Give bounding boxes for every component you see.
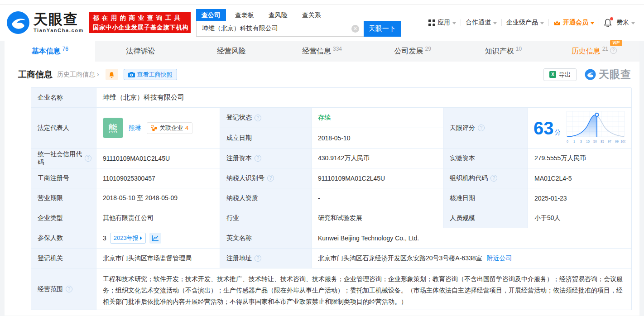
tab-label: 经营信息 bbox=[302, 47, 331, 56]
section-title: 工商信息 bbox=[18, 69, 53, 81]
search-button[interactable]: 天眼一下 bbox=[364, 21, 401, 37]
bell-icon bbox=[109, 72, 115, 78]
nav-vip-membership[interactable]: 开通会员 bbox=[553, 19, 594, 27]
export-button-label: 导出 bbox=[559, 71, 571, 79]
subscribe-bell-button[interactable] bbox=[106, 69, 118, 80]
tab-label: 法律诉讼 bbox=[126, 47, 155, 56]
site-header: 天眼查 TianYanCha.com 都在用的商业查询工具 国家中小企业发展子基… bbox=[0, 5, 644, 41]
annual-report-badge[interactable]: 2023年报 bbox=[110, 233, 146, 244]
field-label-registration-number: 工商注册号 bbox=[31, 168, 96, 188]
search-tab-company[interactable]: 查公司 bbox=[196, 9, 226, 21]
tab-count: 10 bbox=[516, 46, 522, 52]
svg-text:100: 100 bbox=[620, 140, 625, 143]
legal-rep-avatar[interactable]: 熊 bbox=[103, 118, 123, 138]
help-icon[interactable] bbox=[85, 155, 91, 162]
help-icon[interactable] bbox=[255, 155, 261, 162]
svg-text:99: 99 bbox=[615, 140, 619, 143]
logo-brand: 天眼查 bbox=[34, 12, 84, 26]
help-icon[interactable] bbox=[66, 286, 72, 292]
field-value-approval-date: 2025-01-23 bbox=[528, 188, 632, 208]
address-text: 北京市门头沟区石龙经济开发区永安路20号3号楼A-6338室 bbox=[318, 254, 482, 263]
nearby-companies-link[interactable]: 附近公司 bbox=[487, 254, 512, 263]
tab-business-info[interactable]: 经营信息334 bbox=[277, 41, 367, 62]
field-label-company-type: 企业类型 bbox=[31, 208, 96, 228]
related-companies-badge[interactable]: 关联企业 4 bbox=[147, 122, 192, 134]
field-label-registered-capital: 注册资本 bbox=[220, 148, 312, 168]
nav-user[interactable]: 费米 bbox=[616, 19, 635, 27]
banner-line2: 国家中小企业发展子基金旗下机构 bbox=[93, 24, 187, 32]
tab-intellectual-property[interactable]: 知识产权10 bbox=[458, 41, 548, 62]
legal-rep-name-link[interactable]: 熊琳 bbox=[129, 124, 141, 132]
help-icon[interactable] bbox=[255, 115, 261, 121]
section-header: 工商信息 历史工商信息 › 查看工商快照 bbox=[5, 62, 639, 86]
field-label-english-name: 英文名称 bbox=[220, 228, 312, 249]
clear-search-icon[interactable] bbox=[351, 25, 359, 33]
field-label-registration-authority: 登记机关 bbox=[31, 249, 96, 268]
field-value-company-name: 坤维（北京）科技有限公司 bbox=[96, 88, 632, 108]
field-label-registered-address: 注册地址 bbox=[220, 249, 312, 268]
field-value-insured-count: 3 2023年报 bbox=[96, 228, 220, 249]
org-chart-icon bbox=[151, 125, 157, 131]
field-value-english-name: Kunwei Beijing Technology Co., Ltd. bbox=[312, 228, 632, 249]
nav-partner[interactable]: 合作通道 bbox=[466, 19, 497, 27]
field-value-taxpayer-id: 91110109MA01C2L45U bbox=[312, 168, 443, 188]
svg-text:3: 3 bbox=[580, 140, 582, 143]
tab-history-info[interactable]: VIP 历史信息 21 bbox=[549, 41, 639, 62]
related-companies-count: 4 bbox=[185, 124, 188, 131]
tianyancha-logo[interactable]: 天眼查 TianYanCha.com bbox=[6, 11, 84, 34]
divider bbox=[501, 19, 502, 26]
nav-apps[interactable]: 应用 bbox=[428, 19, 456, 27]
score-unit: 分 bbox=[555, 129, 561, 136]
history-business-info-link[interactable]: 历史工商信息 › bbox=[57, 71, 99, 79]
search-tab-risk[interactable]: 查风险 bbox=[263, 9, 293, 21]
field-value-company-type: 其他有限责任公司 bbox=[96, 208, 220, 228]
tab-company-development[interactable]: 公司发展29 bbox=[367, 41, 458, 62]
notifications-bell[interactable] bbox=[604, 19, 612, 27]
search-input[interactable] bbox=[196, 21, 364, 37]
field-label-company-name: 企业名称 bbox=[31, 88, 96, 108]
insured-trend-button[interactable] bbox=[149, 233, 161, 244]
field-label-organization-code: 组织机构代码 bbox=[443, 168, 528, 188]
view-business-snapshot-button[interactable]: 查看工商快照 bbox=[124, 69, 177, 80]
business-info-card: 工商信息 历史工商信息 › 查看工商快照 bbox=[5, 62, 639, 316]
chevron-down-icon bbox=[540, 22, 544, 24]
logo-domain: TianYanCha.com bbox=[34, 28, 84, 33]
export-button[interactable]: 导出 bbox=[543, 68, 577, 81]
logo-text: 天眼查 TianYanCha.com bbox=[34, 12, 84, 33]
tab-operating-risk[interactable]: 经营风险 bbox=[186, 41, 277, 62]
watermark-text: 天眼查 bbox=[599, 67, 631, 81]
vip-badge: VIP bbox=[610, 40, 622, 46]
help-icon[interactable] bbox=[267, 175, 274, 182]
field-label-tianyan-score: 天眼评分 bbox=[443, 108, 528, 148]
search-tab-relation[interactable]: 查关系 bbox=[297, 9, 327, 21]
field-label-business-term: 营业期限 bbox=[31, 188, 96, 208]
field-value-business-scope: 工程和技术研究；软件开发；技术开发、技术推广、技术转让、技术咨询、技术服务；企业… bbox=[96, 268, 632, 310]
svg-text:97: 97 bbox=[608, 140, 611, 143]
company-tabs: 基本信息76 法律诉讼 经营风险 经营信息334 公司发展29 知识产权10 V… bbox=[5, 41, 639, 62]
search-area: 查公司 查老板 查风险 查关系 天眼一下 bbox=[196, 9, 401, 37]
promo-banner: 都在用的商业查询工具 国家中小企业发展子基金旗下机构 bbox=[89, 12, 191, 33]
svg-text:85: 85 bbox=[601, 140, 604, 143]
tab-legal-proceedings[interactable]: 法律诉讼 bbox=[95, 41, 186, 62]
grid-icon bbox=[428, 19, 435, 26]
chevron-down-icon bbox=[452, 22, 456, 24]
field-label-establishment-date: 成立日期 bbox=[220, 128, 312, 148]
svg-text:1: 1 bbox=[573, 140, 575, 143]
nav-enterprise[interactable]: 企业级产品 bbox=[506, 19, 544, 27]
svg-text:50: 50 bbox=[593, 140, 597, 143]
field-label-approval-date: 核准日期 bbox=[443, 188, 528, 208]
help-icon[interactable] bbox=[255, 255, 261, 262]
field-label-legal-representative: 法定代表人 bbox=[31, 108, 96, 148]
tab-basic-info[interactable]: 基本信息76 bbox=[5, 41, 95, 62]
divider bbox=[461, 19, 461, 26]
field-value-tianyan-score: 63分 bbox=[528, 108, 632, 148]
tab-label: 基本信息 bbox=[31, 47, 60, 56]
search-tab-boss[interactable]: 查老板 bbox=[230, 9, 260, 21]
field-value-organization-code: MA01C2L4-5 bbox=[528, 168, 632, 188]
tab-label: 经营风险 bbox=[217, 47, 246, 56]
help-icon[interactable] bbox=[490, 175, 497, 182]
tab-count: 76 bbox=[62, 46, 68, 52]
divider bbox=[548, 19, 549, 26]
help-icon[interactable] bbox=[610, 47, 617, 54]
help-icon[interactable] bbox=[478, 124, 485, 131]
